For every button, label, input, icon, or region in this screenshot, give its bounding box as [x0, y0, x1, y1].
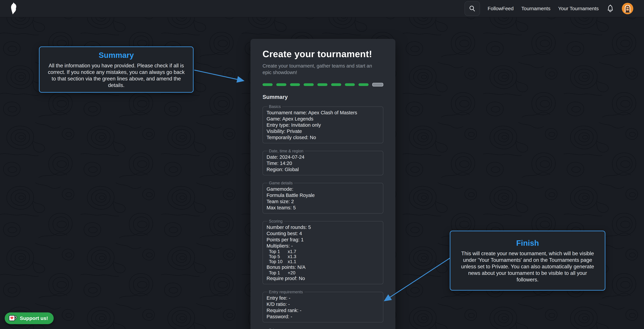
section-legend: Entry requirements: [268, 290, 304, 294]
app-logo-icon[interactable]: [10, 2, 18, 15]
progress-segment-current: [372, 83, 383, 86]
summary-line: Password: -: [266, 314, 379, 320]
section-basics: BasicsTournament name: Apex Clash of Mas…: [262, 104, 383, 143]
summary-callout: Summary All the information you have pro…: [39, 46, 194, 93]
summary-line: Number of rounds: 5: [266, 224, 379, 231]
finish-callout: Finish This will create your new tournam…: [450, 231, 606, 291]
summary-line: Game: Apex Legends: [266, 116, 379, 122]
scoring-subrow: Top 1+20: [266, 270, 379, 275]
summary-line: Date: 2024-07-24: [266, 154, 379, 160]
progress-segment-step-6[interactable]: [331, 83, 341, 86]
progress-segment-step-8[interactable]: [358, 83, 368, 86]
navbar: FollowFeedTournamentsYour Tournaments: [0, 0, 644, 17]
subrow-value: x1.7: [288, 249, 296, 254]
support-us-label: Support us!: [20, 316, 48, 321]
nav-links: FollowFeedTournamentsYour Tournaments: [488, 6, 599, 11]
summary-line: Points per frag: 1: [266, 237, 379, 243]
search-button[interactable]: [464, 1, 480, 16]
progress-segment-step-5[interactable]: [318, 83, 328, 86]
summary-line: Counting best: 4: [266, 231, 379, 237]
progress-segment-step-3[interactable]: [290, 83, 300, 86]
section-game-details: Game detailsGamemode:Formula Battle Roya…: [262, 181, 383, 214]
summary-callout-title: Summary: [47, 51, 186, 60]
summary-line: Bonus points: N/A: [266, 264, 379, 270]
section-legend: Basics: [268, 104, 282, 109]
subrow-label: Top 1: [269, 270, 288, 275]
summary-line: Entry fee: -: [266, 295, 379, 301]
progress-segment-step-4[interactable]: [304, 83, 314, 86]
page-title: Create your tournament!: [262, 49, 383, 59]
section-legend: Prize: [268, 328, 280, 329]
progress-segment-step-1[interactable]: [262, 83, 272, 86]
bell-icon: [606, 4, 614, 13]
summary-sections: BasicsTournament name: Apex Clash of Mas…: [262, 104, 383, 329]
subrow-label: Top 10: [269, 259, 288, 264]
summary-line: Visibility: Private: [266, 128, 379, 134]
subrow-value: x1.1: [288, 259, 296, 264]
summary-line: Team size: 2: [266, 198, 379, 205]
nav-link-your-tournaments[interactable]: Your Tournaments: [558, 6, 599, 11]
create-tournament-card: Create your tournament! Create your tour…: [250, 39, 396, 329]
section-date-time-region: Date, time & regionDate: 2024-07-24Time:…: [262, 149, 383, 175]
section-scoring: ScoringNumber of rounds: 5Counting best:…: [262, 219, 383, 284]
summary-line: Region: Global: [266, 166, 379, 173]
summary-line: Tournament name: Apex Clash of Masters: [266, 110, 379, 116]
subrow-value: +20: [288, 270, 296, 275]
subrow-label: Top 5: [269, 254, 288, 259]
section-legend: Date, time & region: [268, 149, 305, 153]
summary-line: Require proof: No: [266, 275, 379, 282]
summary-line: Formula Battle Royale: [266, 192, 379, 198]
summary-callout-body: All the information you have provided. P…: [47, 62, 186, 88]
summary-line: Gamemode:: [266, 186, 379, 192]
summary-line: Temporarily closed: No: [266, 134, 379, 141]
notifications-button[interactable]: [606, 4, 614, 13]
user-avatar[interactable]: [622, 3, 633, 14]
nav-link-followfeed[interactable]: FollowFeed: [488, 6, 514, 11]
subrow-label: Top 1: [269, 249, 288, 254]
search-icon: [469, 5, 476, 12]
section-prize: PrizePrize: $500 & iSCRIM mug: [262, 328, 383, 329]
section-legend: Game details: [268, 181, 294, 185]
progress-segment-step-7[interactable]: [345, 83, 355, 86]
subrow-value: x1.3: [288, 254, 296, 259]
scoring-subrow: Top 1x1.7: [266, 249, 379, 254]
summary-line: Multipliers: -: [266, 243, 379, 249]
support-us-button[interactable]: Support us!: [5, 313, 54, 324]
summary-line: K/D ratio: -: [266, 301, 379, 307]
navbar-right: FollowFeedTournamentsYour Tournaments: [464, 1, 633, 16]
summary-line: Time: 14:20: [266, 160, 379, 166]
scoring-subrow: Top 5x1.3: [266, 254, 379, 259]
scoring-subrow: Top 10x1.1: [266, 259, 379, 264]
finish-callout-title: Finish: [458, 239, 598, 248]
summary-line: Max teams: 5: [266, 205, 379, 211]
progress-bar: [262, 83, 383, 86]
progress-segment-step-2[interactable]: [276, 83, 286, 86]
summary-line: Entry type: Invitation only: [266, 122, 379, 128]
step-heading: Summary: [262, 94, 383, 100]
finish-callout-body: This will create your new tournament, wh…: [458, 250, 598, 283]
nav-link-tournaments[interactable]: Tournaments: [521, 6, 550, 11]
section-legend: Scoring: [268, 219, 284, 224]
kofi-cup-icon: [8, 315, 17, 322]
summary-line: Required rank: -: [266, 307, 379, 314]
page-subtitle: Create your tournament, gather teams and…: [262, 63, 380, 76]
section-entry-requirements: Entry requirementsEntry fee: -K/D ratio:…: [262, 290, 383, 323]
